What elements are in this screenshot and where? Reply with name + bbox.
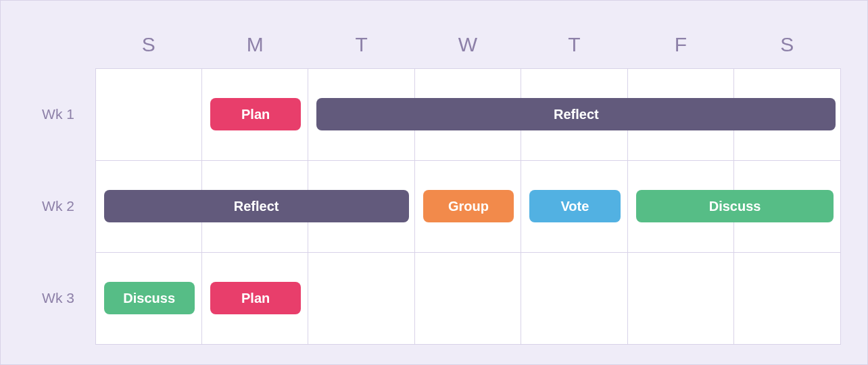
corner-spacer [28,21,95,68]
calendar-cell: Reflect [95,160,202,253]
day-header: T [308,21,414,68]
week-label: Wk 3 [28,252,95,344]
event-wk2-group[interactable]: Group [423,190,514,222]
event-wk3-plan[interactable]: Plan [210,282,301,314]
calendar-cell [733,252,840,345]
event-wk2-vote[interactable]: Vote [529,190,620,222]
day-header: W [414,21,521,68]
calendar-cell [521,252,627,345]
calendar-frame: SMTWTFSWk 1PlanReflectWk 2ReflectGroupVo… [0,0,868,365]
calendar-cell: Group [414,160,521,253]
calendar-cell: Discuss [95,252,202,345]
calendar-cell [414,252,521,345]
day-header: T [521,21,627,68]
week-label: Wk 1 [28,68,95,160]
calendar-cell: Discuss [627,160,734,253]
calendar-cell [95,68,202,161]
event-wk3-discuss[interactable]: Discuss [104,282,195,314]
day-header: S [95,21,201,68]
calendar-cell: Reflect [308,68,414,161]
event-wk2-reflect[interactable]: Reflect [104,190,409,222]
day-header: S [734,21,840,68]
calendar-cell: Plan [201,68,308,161]
calendar-cell: Vote [521,160,627,253]
day-header: F [627,21,733,68]
event-wk1-plan[interactable]: Plan [210,98,301,130]
week-label: Wk 2 [28,160,95,252]
event-wk1-reflect[interactable]: Reflect [316,98,836,130]
event-wk2-discuss[interactable]: Discuss [636,190,834,222]
calendar-cell [627,252,734,345]
calendar-grid: SMTWTFSWk 1PlanReflectWk 2ReflectGroupVo… [28,21,840,344]
calendar-cell [308,252,414,345]
day-header: M [201,21,308,68]
calendar-cell: Plan [201,252,308,345]
